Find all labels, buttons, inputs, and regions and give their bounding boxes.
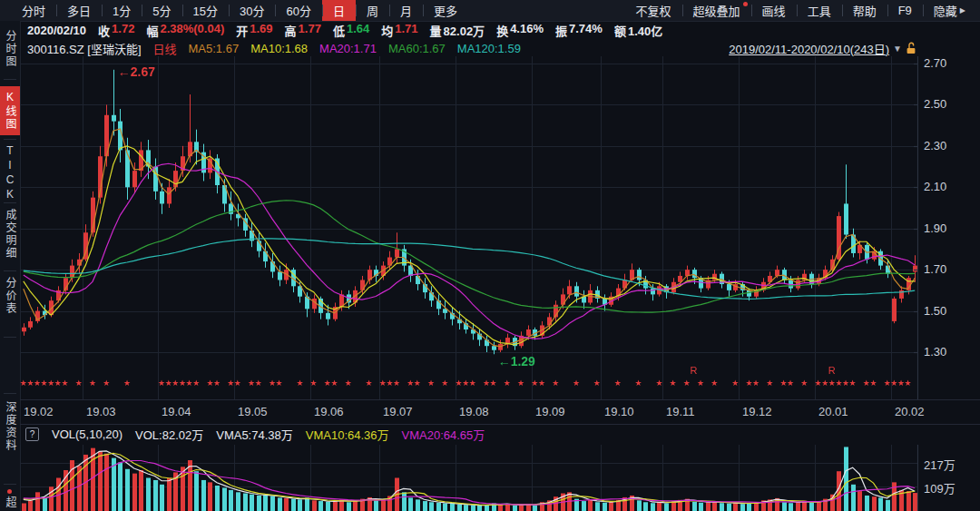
x-axis-label: 19.07 (383, 405, 413, 418)
menu-no-adjust[interactable]: 不复权 (625, 0, 682, 21)
volume-y-axis-label: 109万 (924, 479, 956, 496)
trading-app-window: 分时 多日 1分 5分 15分 30分 60分 日 周 月 更多 不复权 超级叠… (0, 0, 980, 511)
tab-duori[interactable]: 多日 (56, 0, 102, 21)
vma10-label: VMA10:64.36万 (306, 426, 389, 443)
volume-header: ? VOL(5,10,20) VOL:82.02万 VMA5:74.38万 VM… (20, 424, 980, 445)
quote-open: 开1.69 (236, 22, 272, 39)
sidebar-item-price-table[interactable]: 分价表 (0, 277, 20, 315)
y-axis-label: 1.30 (924, 345, 946, 359)
quote-change-value: 2.38%(0.04) (160, 22, 224, 39)
x-axis-label: 20.02 (895, 405, 925, 418)
x-axis-label: 19.06 (314, 405, 344, 418)
x-axis-label: 19.11 (666, 405, 695, 418)
x-axis-label: 19.03 (86, 405, 116, 418)
x-axis-label: 19.09 (535, 405, 565, 418)
quote-amplitude: 振7.74% (555, 22, 603, 39)
y-axis-label: 2.10 (924, 180, 946, 193)
menu-f9[interactable]: F9 (887, 0, 923, 21)
sidebar-divider (4, 337, 16, 338)
vma20-label: VMA20:64.65万 (402, 426, 485, 443)
x-axis-label: 19.10 (604, 405, 634, 418)
kline-canvas[interactable] (20, 56, 918, 399)
x-axis-label: 19.04 (162, 405, 191, 418)
tab-15min[interactable]: 15分 (182, 0, 229, 21)
quote-amount: 额1.40亿 (614, 22, 662, 39)
menu-draw-line[interactable]: 画线 (751, 0, 797, 21)
y-axis-label: 2.50 (924, 97, 946, 111)
sidebar-item-depth-info[interactable]: 深度资料 (0, 401, 20, 452)
quote-high-label: 高 (285, 22, 297, 39)
tab-day-active[interactable]: 日 (322, 0, 356, 21)
tab-5min[interactable]: 5分 (142, 0, 181, 21)
menu-hide[interactable]: 隐藏▶ (923, 0, 976, 21)
y-axis-label: 2.70 (924, 56, 946, 70)
menu-help-label: 帮助 (853, 2, 877, 19)
tab-30min[interactable]: 30分 (229, 0, 275, 21)
sidebar-divider (4, 139, 16, 140)
chart-header: 300116.SZ [坚瑞沃能] 日线 MA5:1.67 MA10:1.68 M… (20, 40, 980, 56)
menu-no-adjust-label: 不复权 (636, 2, 671, 19)
vma5-label: VMA5:74.38万 (216, 426, 293, 443)
help-icon[interactable]: ? (25, 427, 39, 441)
unlock-icon[interactable] (906, 42, 916, 54)
quote-volume-label: 量 (430, 22, 442, 39)
sidebar-divider (4, 270, 16, 271)
tab-1min[interactable]: 1分 (102, 0, 142, 21)
quote-turnover: 换4.16% (496, 22, 544, 39)
quote-turnover-value: 4.16% (510, 22, 544, 39)
quote-volume: 量82.02万 (430, 22, 485, 39)
menu-super-overlay-label: 超级叠加 (693, 2, 740, 19)
tab-month[interactable]: 月 (389, 0, 423, 21)
volume-y-axis-label: 217万 (924, 456, 956, 473)
quote-avg-value: 1.71 (395, 22, 417, 39)
tab-week[interactable]: 周 (356, 0, 389, 21)
quote-high: 高1.77 (285, 22, 321, 39)
topbar: 分时 多日 1分 5分 15分 30分 60分 日 周 月 更多 不复权 超级叠… (0, 0, 980, 22)
x-axis-label: 19.05 (238, 405, 268, 418)
y-axis-label: 2.30 (924, 139, 946, 152)
x-axis-label: 19.12 (742, 405, 772, 418)
sidebar-item-super[interactable]: 超 (0, 496, 20, 509)
quote-low: 低1.64 (333, 22, 369, 39)
y-axis-label: 1.50 (924, 304, 946, 318)
sidebar-item-trade-detail[interactable]: 成交明细 (0, 209, 20, 260)
ma5-label: MA5:1.67 (189, 42, 240, 55)
quote-high-value: 1.77 (299, 22, 321, 39)
notification-dot (743, 2, 748, 6)
sidebar-item-timeline-chart[interactable]: 分时图 (0, 30, 20, 68)
quote-turnover-label: 换 (496, 22, 508, 39)
sidebar-divider (4, 79, 16, 80)
vol-indicator-label: VOL(5,10,20) (52, 427, 122, 441)
y-axis-label: 1.70 (924, 262, 946, 276)
stock-name: [坚瑞沃能] (87, 43, 141, 56)
x-axis-label: 19.08 (459, 405, 489, 418)
quote-close: 收1.72 (98, 22, 134, 39)
sidebar: 分时图 K线图 TICK 成交明细 分价表 深度资料 超 (0, 21, 21, 511)
menu-tools[interactable]: 工具 (797, 0, 842, 21)
x-axis: 19.0219.0319.0419.0519.0619.0719.0819.09… (20, 399, 980, 425)
ma10-label: MA10:1.68 (250, 42, 308, 55)
quote-change-label: 幅 (146, 22, 158, 39)
volume-canvas[interactable] (20, 445, 918, 511)
period-label: 日线 (153, 40, 177, 57)
sidebar-item-tick[interactable]: TICK (0, 144, 20, 202)
sidebar-divider (4, 393, 16, 394)
quote-open-label: 开 (236, 22, 248, 39)
tab-60min[interactable]: 60分 (275, 0, 321, 21)
tab-fenshi[interactable]: 分时 (11, 0, 56, 21)
quote-close-value: 1.72 (112, 22, 134, 39)
tab-more[interactable]: 更多 (423, 0, 468, 21)
vol-value-label: VOL:82.02万 (135, 426, 203, 443)
sidebar-item-kline-chart[interactable]: K线图 (0, 86, 20, 135)
chevron-down-icon: ▼ (893, 44, 902, 54)
menu-f9-label: F9 (898, 4, 912, 17)
quote-volume-value: 82.02万 (444, 22, 485, 39)
y-axis-label: 1.90 (924, 221, 946, 235)
date-range-selector[interactable]: 2019/02/11-2020/02/10(243日) ▼ (729, 40, 980, 57)
quote-amount-label: 额 (614, 22, 626, 39)
menu-help[interactable]: 帮助 (842, 0, 887, 21)
quote-change: 幅2.38%(0.04) (146, 22, 224, 39)
sidebar-divider (4, 484, 16, 485)
menu-super-overlay[interactable]: 超级叠加 (682, 0, 751, 21)
sidebar-notification-dot (7, 489, 12, 494)
